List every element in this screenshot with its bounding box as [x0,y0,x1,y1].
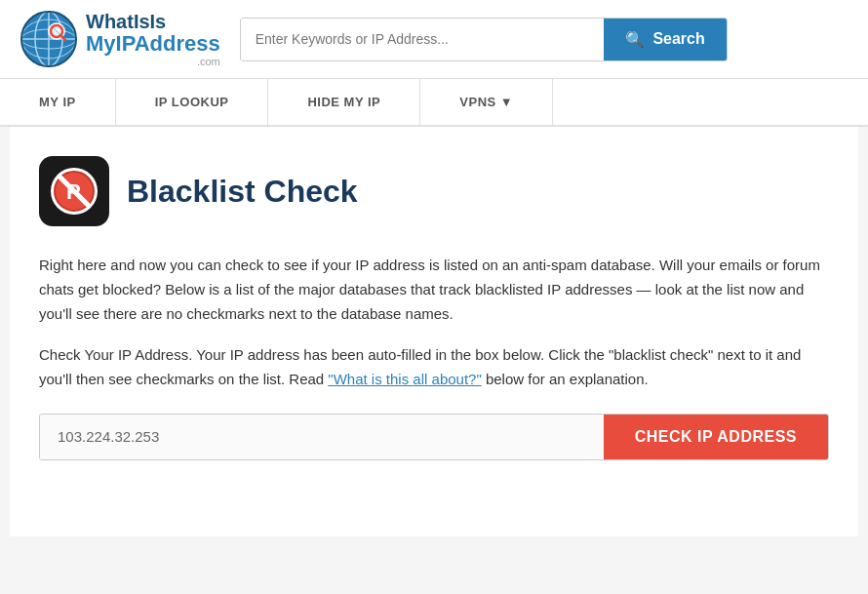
ip-address-input[interactable] [40,415,604,459]
description-2-after: below for an explanation. [482,371,649,387]
logo-globe-icon [20,10,78,68]
nav-item-hide-my-ip[interactable]: HIDE MY IP [268,79,420,125]
nav-item-ip-lookup[interactable]: IP LOOKUP [116,79,269,125]
blacklist-icon: P [39,156,109,226]
nav-label-my-ip: MY IP [39,95,76,109]
logo-dotcom: .com [86,56,220,67]
logo-myip: MyIPAddress [86,32,220,56]
nav-label-ip-lookup: IP LOOKUP [155,95,229,109]
nav-label-hide-my-ip: HIDE MY IP [307,95,380,109]
nav-item-vpns[interactable]: VPNS ▼ [420,79,553,125]
ip-check-area: CHECK IP ADDRESS [39,414,829,460]
description-paragraph-2: Check Your IP Address. Your IP address h… [39,343,829,392]
logo-is: Is [150,11,167,32]
search-button-label: Search [652,30,704,48]
chevron-down-icon: ▼ [500,95,513,109]
what-is-this-link[interactable]: "What is this all about?" [328,371,481,387]
svg-text:P: P [66,179,81,204]
main-content: P Blacklist Check Right here and now you… [10,127,858,536]
description-block: Right here and now you can check to see … [39,254,829,392]
check-ip-button[interactable]: CHECK IP ADDRESS [604,415,828,459]
search-button[interactable]: 🔍 Search [604,19,726,60]
search-area: 🔍 Search [240,18,728,61]
nav-label-vpns: VPNS [459,95,495,109]
header: WhatIsIs MyIPAddress .com 🔍 Search [0,0,868,79]
logo-whatis: WhatIs [86,11,150,32]
description-paragraph-1: Right here and now you can check to see … [39,254,829,326]
logo-text: WhatIsIs MyIPAddress .com [86,11,220,67]
search-input[interactable] [241,19,605,60]
logo[interactable]: WhatIsIs MyIPAddress .com [20,10,220,68]
nav-item-my-ip[interactable]: MY IP [0,79,116,125]
page-title: Blacklist Check [127,174,358,210]
search-icon: 🔍 [625,30,645,49]
nav: MY IP IP LOOKUP HIDE MY IP VPNS ▼ [0,79,868,127]
page-header: P Blacklist Check [39,156,829,226]
